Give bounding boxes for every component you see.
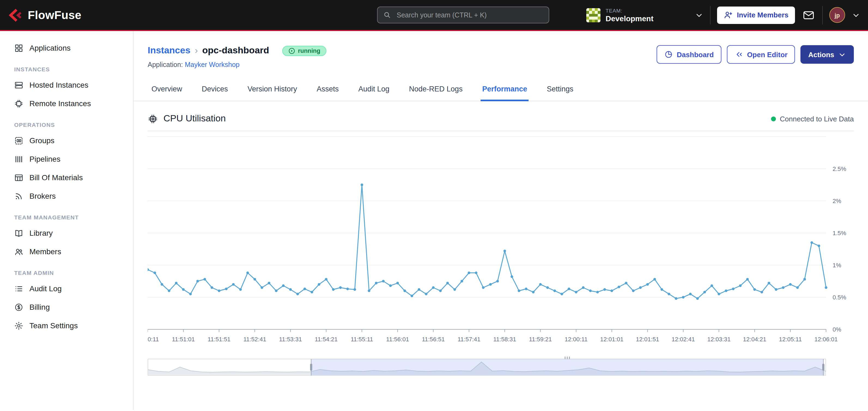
tab-audit-log[interactable]: Audit Log (356, 79, 391, 101)
sidebar-item-label: Library (29, 229, 53, 237)
sidebar-item-brokers[interactable]: Brokers (0, 187, 133, 205)
tab-assets[interactable]: Assets (315, 79, 340, 101)
open-editor-button-label: Open Editor (747, 50, 787, 59)
notifications-button[interactable] (802, 8, 816, 22)
tab-devices[interactable]: Devices (200, 79, 230, 101)
tab-performance[interactable]: Performance (480, 79, 529, 101)
tab-overview[interactable]: Overview (150, 79, 184, 101)
sidebar-item-library[interactable]: Library (0, 224, 133, 242)
sidebar-item-label: Groups (29, 136, 55, 145)
status-badge: running (282, 45, 327, 56)
sidebar-item-label: Bill Of Materials (29, 173, 83, 182)
live-status-dot (771, 116, 776, 121)
sidebar-section-instances: INSTANCES (0, 57, 133, 76)
svg-text:11:51:51: 11:51:51 (208, 336, 230, 343)
applications-icon (14, 43, 24, 53)
team-chevron-down-icon (695, 11, 704, 19)
svg-text:2%: 2% (833, 198, 841, 204)
gear-icon (14, 321, 24, 330)
sidebar-item-team-settings[interactable]: Team Settings (0, 316, 133, 335)
sidebar-item-label: Brokers (29, 192, 56, 200)
team-label: TEAM: (606, 7, 690, 13)
sidebar-item-hosted-instances[interactable]: Hosted Instances (0, 76, 133, 94)
sidebar-item-label: Pipelines (29, 155, 60, 163)
svg-text:11:54:21: 11:54:21 (315, 336, 338, 343)
sidebar-item-audit-log[interactable]: Audit Log (0, 279, 133, 298)
avatar-initials: jp (835, 12, 840, 18)
sidebar-item-billing[interactable]: Billing (0, 298, 133, 316)
cpu-utilisation-chart[interactable]: 0%0.5%1%1.5%2%2.5%11:50:1111:51:0111:51:… (148, 136, 854, 345)
application-link[interactable]: Mayker Workshop (185, 61, 240, 69)
sidebar-item-label: Hosted Instances (29, 80, 88, 89)
svg-text:11:58:31: 11:58:31 (493, 336, 516, 343)
broadcast-icon (14, 191, 24, 201)
svg-text:2.5%: 2.5% (833, 166, 846, 172)
svg-text:12:02:41: 12:02:41 (672, 336, 695, 343)
sidebar-section-team-management: TEAM MANAGEMENT (0, 205, 133, 224)
svg-text:12:06:01: 12:06:01 (814, 336, 838, 343)
pie-chart-icon (664, 50, 673, 59)
svg-text:11:59:21: 11:59:21 (529, 336, 552, 343)
dashboard-button[interactable]: Dashboard (657, 45, 721, 64)
breadcrumb-separator: › (195, 45, 198, 56)
sidebar-item-members[interactable]: Members (0, 242, 133, 261)
tab-node-red-logs[interactable]: Node-RED Logs (407, 79, 464, 101)
sidebar-item-pipelines[interactable]: Pipelines (0, 150, 133, 168)
brand-name: FlowFuse (28, 8, 82, 22)
team-selector[interactable]: TEAM: Development (587, 7, 704, 23)
open-editor-button[interactable]: Open Editor (727, 45, 795, 64)
svg-text:0%: 0% (833, 326, 841, 333)
sidebar-item-bill-of-materials[interactable]: Bill Of Materials (0, 168, 133, 187)
dashboard-button-label: Dashboard (677, 50, 714, 59)
svg-text:11:50:11: 11:50:11 (148, 336, 159, 343)
svg-text:11:57:41: 11:57:41 (458, 336, 480, 343)
envelope-icon (803, 9, 815, 21)
breadcrumb: Instances › opc-dashboard running (148, 45, 327, 56)
sidebar-item-groups[interactable]: Groups (0, 131, 133, 150)
status-badge-label: running (298, 47, 320, 54)
svg-text:11:55:11: 11:55:11 (351, 336, 373, 343)
sidebar-item-label: Billing (29, 303, 50, 311)
invite-members-label: Invite Members (737, 11, 788, 19)
user-avatar[interactable]: jp (829, 7, 845, 23)
svg-text:12:03:31: 12:03:31 (707, 336, 731, 343)
sidebar-item-label: Audit Log (29, 284, 62, 293)
instance-name: opc-dashboard (202, 45, 269, 56)
sidebar-item-applications[interactable]: Applications (0, 39, 133, 57)
user-menu-chevron-down-icon[interactable] (851, 11, 860, 19)
team-search (377, 6, 549, 24)
svg-text:11:53:31: 11:53:31 (279, 336, 302, 343)
dollar-circle-icon (14, 302, 24, 312)
svg-text:12:01:01: 12:01:01 (600, 336, 624, 343)
page-head-buttons: Dashboard Open Editor Actions (657, 45, 854, 64)
breadcrumb-instances-link[interactable]: Instances (148, 45, 190, 56)
search-icon (383, 11, 391, 19)
header-divider (710, 6, 711, 24)
flowfuse-app: FlowFuse TEAM: Development (0, 0, 868, 411)
team-avatar (587, 8, 601, 22)
instance-tabs: Overview Devices Version History Assets … (133, 79, 868, 101)
invite-members-button[interactable]: Invite Members (717, 6, 795, 24)
object-group-icon (14, 136, 24, 145)
server-stack-icon (14, 80, 24, 90)
svg-text:12:05:11: 12:05:11 (779, 336, 802, 343)
svg-text:11:56:51: 11:56:51 (422, 336, 445, 343)
svg-text:12:00:11: 12:00:11 (565, 336, 588, 343)
svg-text:12:01:51: 12:01:51 (636, 336, 659, 343)
live-data-status: Connected to Live Data (771, 114, 854, 123)
flowfuse-logo[interactable]: FlowFuse (8, 8, 82, 22)
tab-version-history[interactable]: Version History (246, 79, 299, 101)
search-input[interactable] (396, 11, 543, 19)
tab-settings[interactable]: Settings (545, 79, 575, 101)
team-name: Development (606, 14, 690, 23)
cpu-section-header: CPU Utilisation Connected to Live Data (148, 113, 854, 131)
sidebar-item-remote-instances[interactable]: Remote Instances (0, 94, 133, 113)
application-label: Application: (148, 61, 183, 69)
chart-range-navigator[interactable] (148, 356, 854, 376)
team-meta: TEAM: Development (606, 7, 690, 23)
actions-button[interactable]: Actions (801, 45, 854, 64)
svg-text:1.5%: 1.5% (833, 230, 846, 237)
users-icon (14, 247, 24, 256)
main-content: Instances › opc-dashboard running Applic… (133, 31, 868, 410)
page-head-left: Instances › opc-dashboard running Applic… (148, 45, 327, 69)
